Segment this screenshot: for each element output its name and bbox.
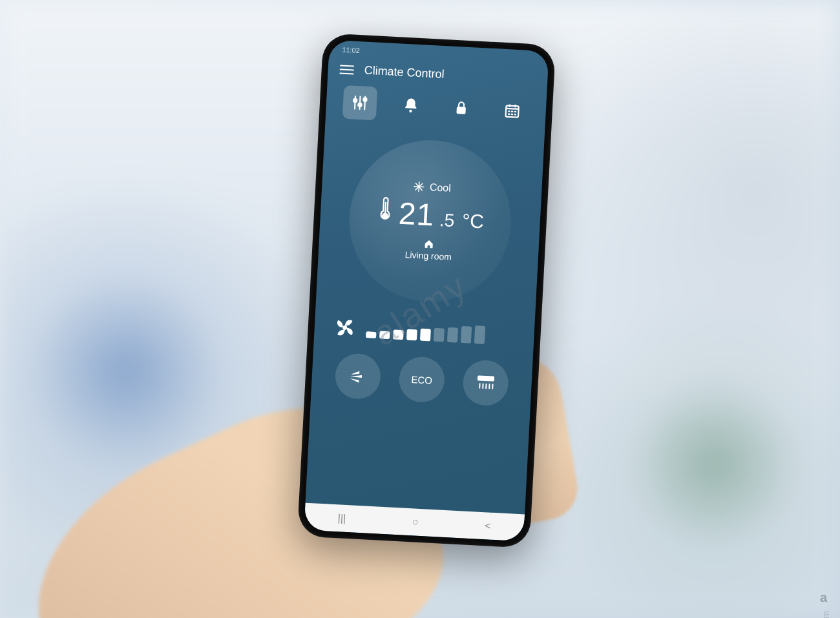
menu-icon[interactable] <box>339 65 354 74</box>
svg-rect-16 <box>511 114 513 115</box>
fan-bar[interactable] <box>393 330 404 340</box>
lock-icon <box>453 99 469 117</box>
svg-rect-13 <box>511 110 513 112</box>
android-nav-bar: ||| ○ < <box>304 503 525 542</box>
svg-point-6 <box>409 110 412 113</box>
mode-buttons-row: ECO <box>310 351 532 421</box>
svg-marker-26 <box>350 375 362 378</box>
bell-icon <box>402 97 419 114</box>
svg-point-22 <box>383 213 388 218</box>
tab-lock[interactable] <box>444 90 479 126</box>
airflow-button[interactable] <box>461 359 509 407</box>
svg-line-9 <box>506 108 518 109</box>
mode-row: Cool <box>413 180 452 194</box>
sliders-icon <box>352 94 369 112</box>
tab-schedule[interactable] <box>494 93 530 129</box>
svg-point-5 <box>363 98 366 101</box>
fan-speed-slider[interactable] <box>366 320 516 345</box>
airflow-icon <box>474 374 497 392</box>
temperature-row: 21.5 °C <box>376 194 485 235</box>
eco-label: ECO <box>411 373 432 386</box>
fan-bar[interactable] <box>447 327 458 342</box>
fan-bar[interactable] <box>420 329 431 342</box>
fan-bar[interactable] <box>406 329 417 340</box>
status-time: 11:02 <box>342 46 360 54</box>
app-title: Climate Control <box>364 64 445 81</box>
svg-rect-14 <box>514 111 516 112</box>
eco-button[interactable]: ECO <box>398 356 446 404</box>
tab-settings[interactable] <box>342 85 378 121</box>
temperature-decimal: .5 <box>439 209 455 231</box>
svg-rect-15 <box>508 114 510 115</box>
calendar-icon <box>503 102 521 119</box>
phone-frame: 11:02 Climate Control <box>297 33 556 548</box>
swing-icon <box>348 368 369 385</box>
fan-bar[interactable] <box>366 331 377 338</box>
thermometer-icon <box>376 194 394 223</box>
fan-bar[interactable] <box>379 331 390 339</box>
snowflake-icon <box>413 180 425 192</box>
fan-bar[interactable] <box>434 328 445 342</box>
nav-home-icon[interactable]: ○ <box>412 516 419 528</box>
svg-point-3 <box>358 103 361 107</box>
svg-point-1 <box>353 99 357 102</box>
room-label: Living room <box>404 249 452 262</box>
temperature-dial-wrap: Cool 21.5 °C Living room <box>315 130 544 318</box>
svg-rect-17 <box>514 114 516 115</box>
fan-bar[interactable] <box>474 325 485 344</box>
nav-recent-icon[interactable]: ||| <box>337 512 346 524</box>
temperature-unit: °C <box>461 209 484 232</box>
temperature-integer: 21 <box>398 195 436 232</box>
svg-rect-28 <box>477 375 494 381</box>
svg-marker-27 <box>350 378 359 383</box>
phone-screen: 11:02 Climate Control <box>304 40 549 542</box>
svg-marker-25 <box>350 371 359 375</box>
room-row: Living room <box>404 238 452 262</box>
svg-line-23 <box>385 201 386 213</box>
fan-bar[interactable] <box>461 326 472 343</box>
swing-button[interactable] <box>334 353 382 400</box>
mode-label: Cool <box>429 181 451 194</box>
svg-rect-12 <box>508 110 510 112</box>
svg-rect-7 <box>457 107 467 114</box>
fan-icon <box>332 315 358 341</box>
nav-back-icon[interactable]: < <box>485 520 491 531</box>
tab-alerts[interactable] <box>393 88 428 123</box>
svg-point-24 <box>342 325 347 330</box>
temperature-dial[interactable]: Cool 21.5 °C Living room <box>345 136 515 306</box>
home-icon <box>423 238 435 249</box>
